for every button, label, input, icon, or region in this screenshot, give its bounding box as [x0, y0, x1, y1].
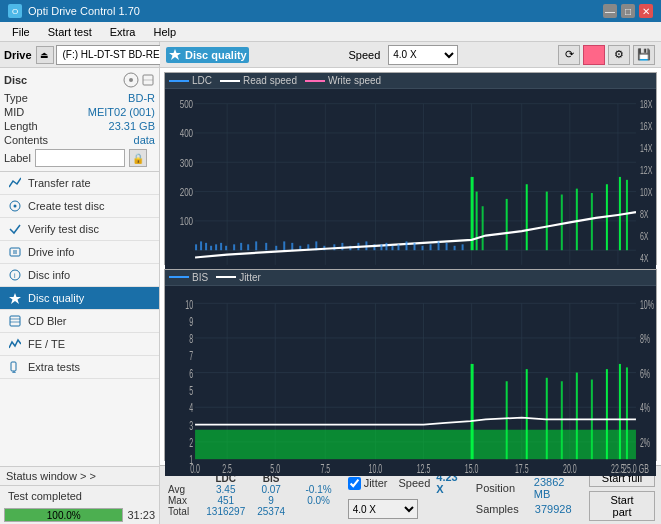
disc-icon: [123, 72, 155, 88]
jitter-speed-group: Jitter Speed 4.23 X 4.0 X: [348, 471, 466, 519]
menu-starttest[interactable]: Start test: [40, 24, 100, 40]
svg-rect-99: [397, 244, 399, 250]
minimize-button[interactable]: —: [603, 4, 617, 18]
drive-eject-icon[interactable]: ⏏: [36, 46, 54, 64]
fe-te-label: FE / TE: [28, 338, 65, 350]
svg-rect-155: [576, 372, 578, 459]
disc-quality-header-icon: Disc quality: [166, 47, 249, 63]
save-button[interactable]: 💾: [633, 45, 655, 65]
total-label: Total: [166, 506, 200, 517]
disc-mid-row: MID MEIT02 (001): [4, 105, 155, 119]
svg-text:25.0 GB: 25.0 GB: [623, 462, 649, 475]
nav-disc-quality[interactable]: Disc quality: [0, 287, 159, 310]
color-button[interactable]: [583, 45, 605, 65]
start-part-button[interactable]: Start part: [589, 491, 655, 521]
disc-label-save-button[interactable]: 🔒: [129, 149, 147, 167]
drive-info-label: Drive info: [28, 246, 74, 258]
svg-text:200: 200: [180, 185, 194, 198]
close-button[interactable]: ✕: [639, 4, 653, 18]
svg-rect-68: [247, 244, 249, 250]
speed-dropdown[interactable]: 4.0 X: [388, 45, 458, 65]
menu-help[interactable]: Help: [145, 24, 184, 40]
svg-text:20.0: 20.0: [563, 462, 577, 475]
svg-rect-72: [283, 241, 285, 250]
svg-marker-18: [169, 49, 181, 60]
nav-verify-test-disc[interactable]: Verify test disc: [0, 218, 159, 241]
legend-jitter: Jitter: [216, 272, 261, 283]
status-completed-text: Test completed: [4, 488, 86, 504]
content-area: Disc quality Speed 4.0 X ⟳ ⚙ 💾 LDC: [160, 42, 661, 524]
svg-rect-12: [10, 316, 20, 326]
svg-text:300: 300: [180, 156, 194, 169]
nav-create-test-disc[interactable]: Create test disc: [0, 195, 159, 218]
svg-text:2.5: 2.5: [222, 462, 232, 475]
refresh-button[interactable]: ⟳: [558, 45, 580, 65]
status-window-button[interactable]: Status window > >: [0, 467, 159, 486]
svg-text:i: i: [14, 272, 16, 279]
svg-rect-85: [476, 192, 478, 251]
jitter-speed-dropdown[interactable]: 4.0 X: [348, 499, 418, 519]
progress-bar-row: 100.0% 31:23: [0, 506, 159, 524]
svg-rect-90: [561, 195, 563, 251]
svg-text:7: 7: [189, 349, 193, 362]
svg-text:8%: 8%: [640, 332, 650, 345]
svg-text:500: 500: [180, 98, 194, 111]
svg-rect-100: [405, 241, 407, 250]
svg-rect-70: [265, 243, 267, 250]
max-bis: 9: [251, 495, 291, 506]
svg-text:6: 6: [189, 366, 193, 379]
position-row: Position 23862 MB: [476, 476, 583, 500]
svg-text:17.5: 17.5: [515, 462, 529, 475]
avg-jitter: -0.1%: [300, 484, 338, 495]
svg-rect-95: [626, 180, 628, 250]
chart-icon: [168, 48, 182, 62]
samples-value: 379928: [535, 503, 572, 515]
speed-bar: Disc quality Speed 4.0 X ⟳ ⚙ 💾: [160, 42, 661, 68]
svg-rect-103: [430, 244, 432, 250]
ldc-color-swatch: [169, 80, 189, 82]
svg-text:8X: 8X: [640, 209, 649, 221]
status-bar: Status window > > Test completed 100.0% …: [0, 466, 159, 524]
svg-rect-61: [205, 243, 207, 250]
svg-text:100: 100: [180, 215, 194, 228]
menu-extra[interactable]: Extra: [102, 24, 144, 40]
svg-text:9: 9: [189, 314, 193, 327]
nav-cd-bler[interactable]: CD Bler: [0, 310, 159, 333]
disc-label-input[interactable]: [35, 149, 125, 167]
disc-length-row: Length 23.31 GB: [4, 119, 155, 133]
svg-rect-71: [275, 246, 277, 250]
nav-extra-tests[interactable]: Extra tests: [0, 356, 159, 379]
svg-rect-151: [506, 381, 508, 459]
svg-text:7.5: 7.5: [320, 462, 330, 475]
svg-rect-63: [215, 244, 217, 250]
nav-transfer-rate[interactable]: Transfer rate: [0, 172, 159, 195]
nav-items: Transfer rate Create test disc Verify te…: [0, 172, 159, 466]
svg-rect-87: [506, 199, 508, 250]
svg-text:6X: 6X: [640, 231, 649, 243]
jitter-label: Jitter: [364, 477, 388, 489]
jitter-checkbox[interactable]: [348, 477, 361, 490]
settings-button[interactable]: ⚙: [608, 45, 630, 65]
nav-fe-te[interactable]: FE / TE: [0, 333, 159, 356]
chart-panel-ldc: LDC Read speed Write speed: [164, 72, 657, 265]
maximize-button[interactable]: □: [621, 4, 635, 18]
nav-drive-info[interactable]: Drive info: [0, 241, 159, 264]
svg-rect-102: [422, 246, 424, 250]
chart1-header: LDC Read speed Write speed: [165, 73, 656, 89]
svg-text:10%: 10%: [640, 297, 654, 310]
svg-rect-67: [240, 243, 242, 250]
nav-disc-info[interactable]: i Disc info: [0, 264, 159, 287]
position-value: 23862 MB: [534, 476, 583, 500]
stats-table: LDC BIS Avg 3.45 0.07 -0.1% Max 451 9: [166, 473, 338, 517]
disc-contents-value: data: [134, 134, 155, 146]
chart2-header: BIS Jitter: [165, 270, 656, 286]
svg-text:3: 3: [189, 418, 193, 431]
total-bis: 25374: [251, 506, 291, 517]
readspeed-color-swatch: [220, 80, 240, 82]
svg-text:18X: 18X: [640, 99, 653, 111]
svg-text:12.5: 12.5: [417, 462, 431, 475]
svg-text:0.0: 0.0: [190, 462, 200, 475]
svg-text:4X: 4X: [640, 253, 649, 265]
menu-file[interactable]: File: [4, 24, 38, 40]
svg-text:4: 4: [189, 401, 193, 414]
